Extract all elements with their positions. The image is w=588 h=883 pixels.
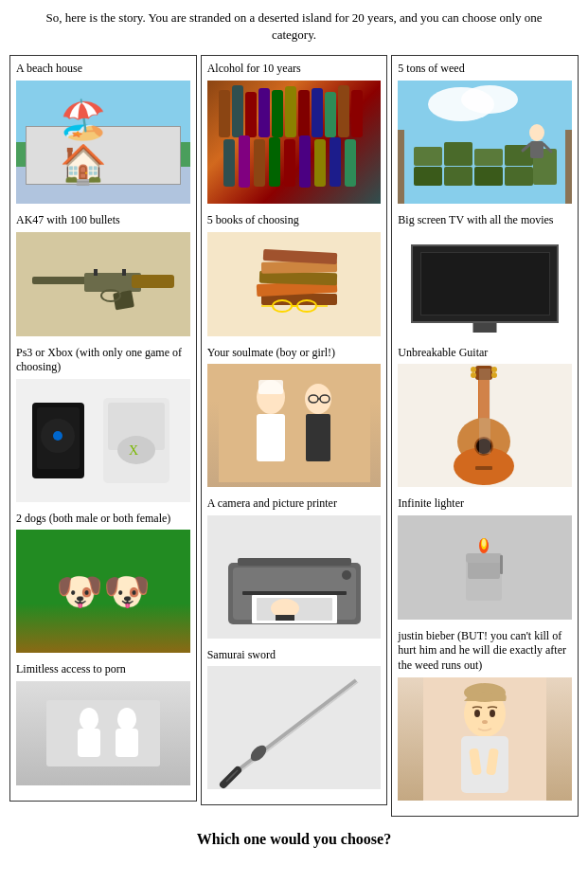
svg-point-87 — [529, 124, 544, 141]
item-porn: Limitless access to porn — [16, 662, 190, 785]
column-2: Alcohol for 10 years — [201, 55, 388, 805]
sword-image — [207, 666, 382, 789]
main-columns: A beach house AK47 with 100 bullets — [9, 55, 579, 816]
svg-rect-61 — [242, 591, 347, 595]
svg-rect-67 — [238, 558, 351, 566]
item-bieber: justin bieber (BUT! you can't kill of hu… — [398, 629, 572, 801]
page-footer: Which one would you choose? — [9, 831, 579, 848]
svg-rect-121 — [461, 736, 508, 793]
svg-rect-50 — [219, 369, 370, 482]
svg-rect-114 — [500, 555, 503, 574]
svg-point-93 — [471, 367, 476, 372]
ps3-xbox-label: Ps3 or Xbox (with only one game of choos… — [16, 346, 190, 375]
dogs-image: 🐶🐶 — [16, 530, 190, 653]
guitar-label: Unbreakable Guitar — [398, 346, 572, 361]
svg-rect-4 — [94, 269, 98, 276]
svg-rect-5 — [122, 269, 126, 276]
item-lighter: Infinite lighter — [398, 496, 572, 620]
alcohol-label: Alcohol for 10 years — [207, 62, 382, 77]
svg-point-94 — [471, 372, 476, 378]
svg-rect-19 — [116, 729, 138, 757]
svg-point-16 — [80, 708, 98, 730]
svg-rect-36 — [299, 135, 311, 188]
svg-rect-23 — [258, 88, 270, 137]
bieber-image — [398, 677, 572, 801]
svg-point-113 — [482, 539, 486, 547]
svg-rect-83 — [444, 167, 472, 186]
ps3-xbox-image: X — [16, 379, 190, 502]
lighter-image — [398, 515, 572, 620]
page-header: So, here is the story. You are stranded … — [9, 9, 579, 44]
svg-point-18 — [117, 708, 136, 730]
porn-image — [16, 681, 190, 785]
svg-rect-84 — [474, 167, 503, 186]
svg-point-77 — [461, 85, 518, 114]
item-ps3-xbox: Ps3 or Xbox (with only one game of choos… — [16, 346, 190, 502]
item-soulmate: Your soulmate (boy or girl!) — [207, 346, 382, 488]
weed-label: 5 tons of weed — [398, 62, 572, 77]
svg-rect-37 — [314, 139, 326, 187]
soulmate-label: Your soulmate (boy or girl!) — [207, 346, 382, 361]
soulmate-image — [207, 364, 382, 487]
camera-image — [207, 515, 382, 639]
item-alcohol: Alcohol for 10 years — [207, 62, 382, 204]
svg-rect-34 — [269, 137, 280, 187]
item-books: 5 books of choosing — [207, 213, 382, 336]
beach-house-label: A beach house — [16, 62, 190, 77]
svg-rect-21 — [232, 85, 243, 137]
svg-rect-32 — [239, 135, 250, 188]
guitar-image — [398, 364, 572, 487]
svg-rect-28 — [325, 92, 336, 137]
svg-rect-17 — [78, 729, 100, 757]
item-beach-house: A beach house — [16, 62, 190, 204]
svg-rect-110 — [466, 553, 502, 563]
item-weed: 5 tons of weed — [398, 62, 572, 204]
column-3: 5 tons of weed — [391, 55, 579, 816]
svg-rect-39 — [345, 139, 356, 187]
item-dogs: 2 dogs (both male or both female) 🐶🐶 — [16, 512, 190, 654]
item-ak47: AK47 with 100 bullets — [16, 213, 190, 336]
svg-rect-53 — [258, 380, 283, 394]
svg-rect-78 — [414, 147, 442, 166]
tv-image — [398, 232, 572, 336]
svg-point-119 — [490, 710, 495, 717]
ak47-image — [16, 232, 190, 336]
beach-house-image — [16, 81, 190, 204]
svg-rect-35 — [284, 139, 295, 187]
svg-rect-88 — [530, 141, 543, 158]
porn-label: Limitless access to porn — [16, 662, 190, 677]
sword-label: Samurai sword — [207, 648, 382, 663]
svg-point-96 — [491, 372, 497, 378]
lighter-label: Infinite lighter — [398, 496, 572, 512]
svg-rect-80 — [474, 149, 503, 166]
svg-point-118 — [474, 710, 480, 717]
svg-rect-26 — [298, 90, 310, 137]
svg-rect-29 — [338, 85, 349, 137]
svg-rect-25 — [285, 86, 296, 137]
svg-rect-52 — [257, 414, 285, 461]
alcohol-image — [207, 81, 382, 204]
books-image — [207, 232, 382, 336]
svg-rect-65 — [276, 615, 294, 621]
svg-rect-79 — [444, 142, 472, 166]
camera-label: A camera and picture printer — [207, 496, 382, 512]
svg-rect-20 — [219, 90, 230, 137]
svg-rect-30 — [351, 90, 363, 137]
svg-point-66 — [342, 570, 351, 580]
books-label: 5 books of choosing — [207, 213, 382, 228]
svg-rect-3 — [132, 275, 174, 288]
bieber-label: justin bieber (BUT! you can't kill of hu… — [398, 629, 572, 674]
svg-rect-15 — [46, 700, 160, 766]
item-sword: Samurai sword — [207, 648, 382, 790]
svg-rect-27 — [312, 88, 323, 137]
ak47-label: AK47 with 100 bullets — [16, 213, 190, 228]
svg-rect-107 — [475, 466, 492, 470]
svg-rect-38 — [330, 137, 341, 187]
svg-rect-55 — [306, 414, 330, 461]
dogs-label: 2 dogs (both male or both female) — [16, 512, 190, 527]
svg-rect-33 — [254, 139, 265, 187]
svg-point-10 — [53, 431, 62, 441]
svg-rect-24 — [272, 90, 283, 137]
item-camera: A camera and picture printer — [207, 496, 382, 639]
svg-rect-82 — [414, 167, 442, 186]
